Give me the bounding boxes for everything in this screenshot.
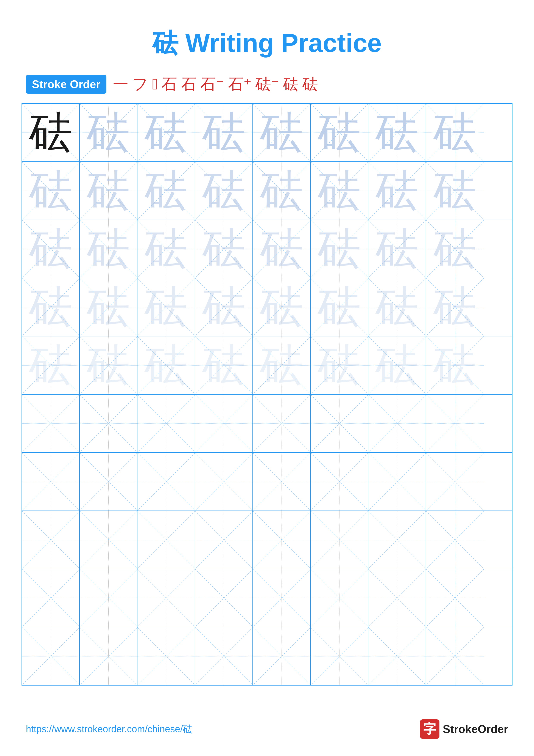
svg-line-126 [426, 511, 484, 569]
grid-cell[interactable]: 砝 [311, 162, 369, 220]
char-display: 砝 [318, 344, 361, 387]
grid-cell[interactable]: 砝 [253, 162, 311, 220]
grid-cell[interactable]: 砝 [369, 104, 426, 161]
grid-cell[interactable]: 砝 [138, 162, 195, 220]
grid-cell[interactable]: 砝 [195, 337, 253, 394]
grid-cell[interactable]: 砝 [253, 104, 311, 161]
grid-cell[interactable]: 砝 [138, 220, 195, 278]
grid-cell[interactable] [426, 627, 484, 685]
grid-cell[interactable] [195, 569, 253, 627]
grid-cell[interactable]: 砝 [80, 104, 138, 161]
grid-cell[interactable] [311, 453, 369, 511]
grid-cell[interactable]: 砝 [426, 220, 484, 278]
char-display: 砝 [375, 111, 419, 154]
svg-line-122 [311, 511, 368, 569]
grid-cell[interactable]: 砝 [426, 104, 484, 161]
grid-cell[interactable] [369, 511, 426, 569]
svg-line-109 [369, 453, 426, 511]
grid-cell[interactable] [311, 394, 369, 452]
grid-cell[interactable]: 砝 [311, 337, 369, 394]
grid-cell[interactable] [80, 569, 138, 627]
grid-cell[interactable]: 砝 [369, 162, 426, 220]
grid-cell[interactable]: 砝 [369, 220, 426, 278]
grid-cell[interactable] [426, 453, 484, 511]
grid-cell[interactable] [426, 569, 484, 627]
grid-cell[interactable]: 砝 [22, 278, 80, 336]
grid-cell[interactable] [22, 569, 80, 627]
grid-cell[interactable] [369, 453, 426, 511]
grid-cell[interactable]: 砝 [311, 104, 369, 161]
grid-cell[interactable] [426, 394, 484, 452]
svg-line-111 [426, 453, 484, 511]
svg-line-95 [426, 394, 484, 452]
grid-cell[interactable] [195, 511, 253, 569]
grid-cell[interactable] [253, 511, 311, 569]
grid-cell[interactable]: 砝 [195, 104, 253, 161]
grid-cell[interactable]: 砝 [22, 220, 80, 278]
grid-cell[interactable] [80, 511, 138, 569]
grid-cell[interactable]: 砝 [138, 337, 195, 394]
svg-line-130 [80, 569, 137, 627]
grid-cell[interactable] [253, 627, 311, 685]
grid-cell[interactable] [311, 627, 369, 685]
svg-line-100 [138, 453, 195, 511]
grid-cell[interactable] [80, 453, 138, 511]
grid-cell[interactable]: 砝 [369, 278, 426, 336]
grid-cell[interactable]: 砝 [138, 278, 195, 336]
grid-cell[interactable] [80, 394, 138, 452]
grid-cell[interactable] [138, 569, 195, 627]
grid-cell[interactable]: 砝 [195, 162, 253, 220]
grid-cell[interactable] [311, 569, 369, 627]
grid-cell[interactable] [369, 394, 426, 452]
grid-cell[interactable]: 砝 [138, 104, 195, 161]
char-display: 砝 [375, 169, 419, 212]
grid-cell[interactable]: 砝 [253, 220, 311, 278]
grid-cell[interactable]: 砝 [369, 337, 426, 394]
grid-cell[interactable] [311, 511, 369, 569]
grid-cell[interactable]: 砝 [195, 220, 253, 278]
grid-cell[interactable]: 砝 [426, 278, 484, 336]
footer-url[interactable]: https://www.strokeorder.com/chinese/砝 [26, 723, 192, 736]
stroke-1: 一 [113, 74, 128, 94]
grid-cell[interactable]: 砝 [22, 104, 80, 161]
grid-cell[interactable]: 砝 [426, 162, 484, 220]
grid-cell[interactable]: 砝 [80, 337, 138, 394]
grid-cell[interactable] [195, 627, 253, 685]
svg-line-141 [369, 569, 426, 627]
grid-cell[interactable]: 砝 [311, 220, 369, 278]
grid-cell[interactable] [253, 394, 311, 452]
svg-line-142 [426, 569, 484, 627]
grid-cell[interactable]: 砝 [22, 337, 80, 394]
grid-cell[interactable]: 砝 [253, 337, 311, 394]
grid-cell[interactable]: 砝 [80, 220, 138, 278]
grid-cell[interactable] [22, 627, 80, 685]
char-display: 砝 [29, 228, 72, 270]
grid-cell[interactable] [80, 627, 138, 685]
svg-line-88 [253, 394, 310, 452]
grid-cell[interactable] [195, 394, 253, 452]
grid-row-2: 砝 砝 砝 砝 砝 砝 砝 砝 [22, 162, 512, 220]
grid-cell[interactable] [22, 453, 80, 511]
grid-cell[interactable]: 砝 [253, 278, 311, 336]
grid-cell[interactable] [369, 569, 426, 627]
grid-cell[interactable] [22, 511, 80, 569]
svg-line-83 [80, 394, 137, 452]
grid-cell[interactable] [253, 569, 311, 627]
grid-cell[interactable] [138, 627, 195, 685]
grid-cell[interactable] [138, 511, 195, 569]
grid-cell[interactable] [22, 394, 80, 452]
grid-cell[interactable] [138, 453, 195, 511]
grid-cell[interactable]: 砝 [22, 162, 80, 220]
grid-cell[interactable] [195, 453, 253, 511]
svg-line-123 [311, 511, 368, 569]
grid-cell[interactable]: 砝 [195, 278, 253, 336]
grid-cell[interactable] [253, 453, 311, 511]
grid-cell[interactable]: 砝 [311, 278, 369, 336]
char-display: 砝 [375, 228, 419, 270]
grid-cell[interactable]: 砝 [80, 278, 138, 336]
grid-cell[interactable]: 砝 [426, 337, 484, 394]
grid-cell[interactable] [369, 627, 426, 685]
grid-cell[interactable] [426, 511, 484, 569]
grid-cell[interactable]: 砝 [80, 162, 138, 220]
grid-cell[interactable] [138, 394, 195, 452]
